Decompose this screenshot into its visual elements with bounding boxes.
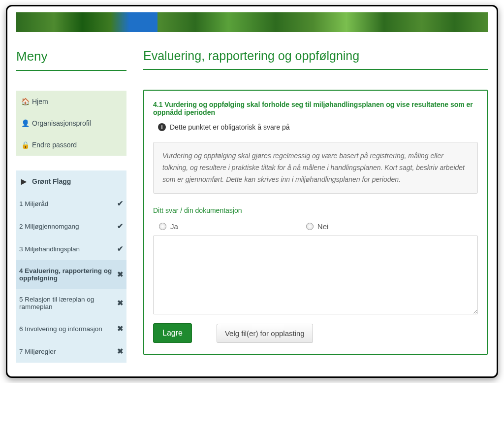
sidebar-item-label: Organisasjonsprofil — [32, 119, 122, 127]
header-banner-image — [16, 12, 488, 35]
app-frame: Meny 🏠 Hjem 👤 Organisasjonsprofil 🔒 Endr… — [6, 5, 498, 378]
radio-label: Ja — [170, 222, 178, 231]
sidebar-item-label: Hjem — [32, 98, 122, 105]
answer-section-label: Ditt svar / din dokumentasjon — [153, 206, 478, 214]
sidebar-step-6[interactable]: 6 Involvering og informasjon ✖ — [16, 317, 126, 340]
close-icon: ✖ — [115, 270, 124, 279]
radio-group-yesno: Ja Nei — [153, 220, 478, 236]
sidebar-item-label: 1 Miljøråd — [19, 200, 115, 207]
radio-icon — [159, 223, 166, 230]
answer-textarea[interactable] — [153, 236, 478, 314]
sidebar-title: Meny — [16, 49, 126, 71]
sidebar-item-label: 3 Miljøhandlingsplan — [19, 245, 115, 253]
question-panel: 4.1 Vurdering og oppfølging skal forhold… — [143, 90, 488, 355]
sidebar-step-4[interactable]: 4 Evaluering, rapportering og oppfølgnin… — [16, 260, 126, 289]
instruction-box: Vurdering og oppfølging skal gjøres rege… — [153, 142, 478, 194]
sidebar-item-org-profile[interactable]: 👤 Organisasjonsprofil — [16, 112, 126, 134]
close-icon: ✖ — [115, 347, 124, 356]
radio-option-no[interactable]: Nei — [306, 222, 329, 231]
main-content: Evaluering, rapportering og oppfølgning … — [143, 49, 488, 363]
play-icon: ▶ — [21, 177, 28, 185]
close-icon: ✖ — [115, 299, 124, 307]
sidebar-step-2[interactable]: 2 Miljøgjennomgang ✔ — [16, 215, 126, 237]
sidebar-item-label: 6 Involvering og informasjon — [19, 325, 115, 333]
action-button-row: Lagre Velg fil(er) for opplasting — [153, 323, 478, 343]
sidebar-step-3[interactable]: 3 Miljøhandlingsplan ✔ — [16, 237, 126, 260]
sidebar-item-change-password[interactable]: 🔒 Endre passord — [16, 134, 126, 156]
info-icon: i — [158, 123, 166, 131]
check-icon: ✔ — [115, 244, 124, 253]
sidebar-item-label: 7 Miljøregler — [19, 348, 115, 355]
close-icon: ✖ — [115, 324, 124, 333]
save-button[interactable]: Lagre — [153, 323, 192, 343]
sidebar-step-5[interactable]: 5 Relasjon til læreplan og rammeplan ✖ — [16, 289, 126, 317]
sidebar-step-1[interactable]: 1 Miljøråd ✔ — [16, 192, 126, 215]
sidebar-item-label: 5 Relasjon til læreplan og rammeplan — [19, 296, 115, 310]
radio-label: Nei — [317, 222, 329, 231]
sidebar-step-7[interactable]: 7 Miljøregler ✖ — [16, 340, 126, 363]
upload-files-button[interactable]: Velg fil(er) for opplasting — [217, 324, 313, 343]
mandatory-text: Dette punktet er obligatorisk å svare på — [170, 123, 290, 131]
page-title: Evaluering, rapportering og oppfølgning — [143, 49, 488, 70]
sidebar-item-home[interactable]: 🏠 Hjem — [16, 91, 126, 112]
lock-icon: 🔒 — [21, 141, 28, 149]
user-icon: 👤 — [21, 119, 28, 127]
main-columns: Meny 🏠 Hjem 👤 Organisasjonsprofil 🔒 Endr… — [16, 49, 488, 363]
radio-icon — [306, 223, 314, 230]
radio-option-yes[interactable]: Ja — [159, 222, 178, 231]
sidebar-steps-header[interactable]: ▶ Grønt Flagg — [16, 170, 126, 192]
sidebar-section-steps: ▶ Grønt Flagg 1 Miljøråd ✔ 2 Miljøgjenno… — [16, 170, 126, 363]
sidebar-item-label: 2 Miljøgjennomgang — [19, 223, 115, 230]
sidebar-item-label: Endre passord — [32, 141, 122, 149]
sidebar: Meny 🏠 Hjem 👤 Organisasjonsprofil 🔒 Endr… — [16, 49, 126, 363]
home-icon: 🏠 — [21, 98, 28, 105]
check-icon: ✔ — [115, 199, 124, 208]
sidebar-section-account: 🏠 Hjem 👤 Organisasjonsprofil 🔒 Endre pas… — [16, 91, 126, 156]
check-icon: ✔ — [115, 222, 124, 231]
sidebar-item-label: Grønt Flagg — [32, 177, 122, 185]
sidebar-item-label: 4 Evaluering, rapportering og oppfølgnin… — [19, 267, 115, 282]
question-title: 4.1 Vurdering og oppfølging skal forhold… — [153, 101, 478, 116]
mandatory-notice: i Dette punktet er obligatorisk å svare … — [153, 123, 478, 131]
